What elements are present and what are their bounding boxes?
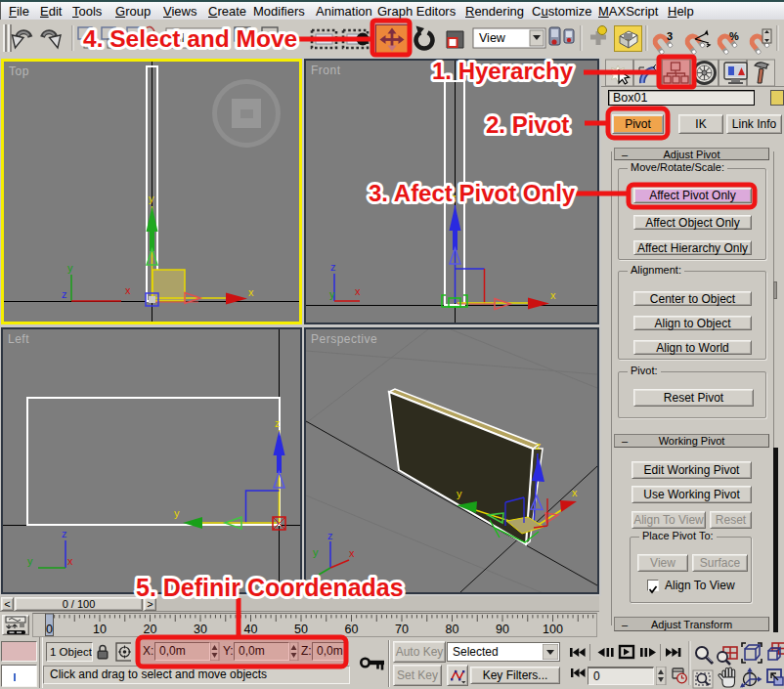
svg-text:1. Hyerarchy: 1. Hyerarchy [432,58,574,84]
svg-text:2. Pivot: 2. Pivot [486,111,569,138]
svg-text:5. Definir Coordenadas: 5. Definir Coordenadas [136,574,404,601]
svg-text:4. Select and Move: 4. Select and Move [83,25,297,52]
svg-text:3. Afect Pivot Only: 3. Afect Pivot Only [369,180,576,206]
